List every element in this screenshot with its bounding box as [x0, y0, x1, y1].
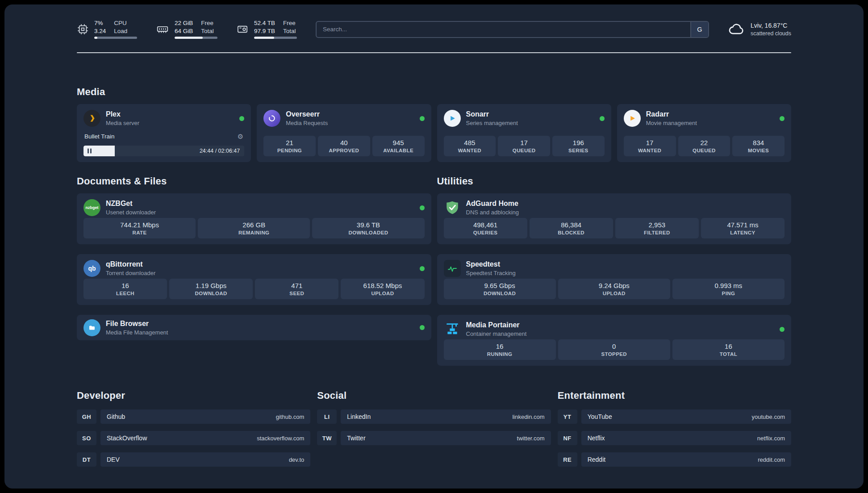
search-input[interactable]	[317, 22, 690, 37]
section-title-entertainment: Entertainment	[558, 390, 791, 401]
adguard-header: AdGuard Home DNS and adblocking	[444, 199, 785, 216]
bookmark-domain: reddit.com	[758, 456, 785, 463]
stat-tile: 16 TOTAL	[672, 339, 785, 360]
portainer-stats: 16 RUNNING 0 STOPPED 16 TOTAL	[444, 339, 785, 360]
stat-tile: 40 APPROVED	[318, 136, 370, 156]
ram-total-value: 64 GiB	[175, 28, 193, 34]
bookmark-stackoverflow[interactable]: SO StackOverflow stackoverflow.com	[77, 431, 310, 445]
stat-tile: 47.571 ms LATENCY	[701, 218, 785, 238]
app-card-filebrowser[interactable]: File Browser Media File Management	[77, 315, 431, 340]
bookmark-dev[interactable]: DT DEV dev.to	[77, 452, 310, 467]
app-subtitle: Series management	[466, 120, 518, 126]
pause-icon[interactable]	[88, 149, 92, 154]
stat-tile: 86,384 BLOCKED	[530, 218, 613, 238]
overseerr-header: Overseerr Media Requests	[263, 110, 424, 127]
stat-tile: 834 MOVIES	[732, 136, 785, 156]
bookmark-netflix[interactable]: NF Netflix netflix.com	[558, 431, 791, 445]
ram-usage-bar	[175, 37, 217, 39]
ram-widget: 22 GiB 64 GiB Free Total	[156, 20, 217, 39]
stat-tile: 16 RUNNING	[444, 339, 556, 360]
status-dot	[600, 116, 605, 121]
bookmark-domain: stackoverflow.com	[257, 435, 304, 442]
app-name: Radarr	[646, 110, 697, 118]
bookmark-reddit[interactable]: RE Reddit reddit.com	[558, 452, 791, 467]
bookmark-twitter[interactable]: TW Twitter twitter.com	[317, 431, 551, 445]
ram-icon	[156, 23, 169, 35]
app-subtitle: Media server	[106, 120, 139, 126]
app-name: Overseerr	[286, 110, 328, 118]
app-card-sonarr[interactable]: Sonarr Series management 485 WANTED 17 Q…	[437, 104, 611, 162]
app-card-nzbget[interactable]: nzbget NZBGet Usenet downloader 744.21 M…	[77, 193, 431, 244]
stat-tile: 0 STOPPED	[558, 339, 670, 360]
app-card-speedtest[interactable]: Speedtest Speedtest Tracking 9.65 Gbps D…	[437, 254, 792, 305]
stat-tile: 471 SEED	[255, 279, 338, 299]
bookmark-abbr: RE	[558, 452, 577, 467]
sonarr-icon	[444, 110, 461, 127]
stat-tile: 485 WANTED	[444, 136, 496, 156]
bookmark-name: LinkedIn	[347, 413, 371, 420]
stat-tile: 22 QUEUED	[678, 136, 730, 156]
bookmark-linkedin[interactable]: LI LinkedIn linkedin.com	[317, 409, 551, 424]
plex-header: Plex Media server	[83, 110, 244, 127]
plex-icon	[83, 110, 100, 127]
disk-widget: 52.4 TB 97.9 TB Free Total	[236, 20, 297, 39]
stat-tile: 2,953 FILTERED	[615, 218, 699, 238]
bookmark-youtube[interactable]: YT YouTube youtube.com	[558, 409, 791, 424]
bookmark-abbr: DT	[77, 452, 96, 467]
section-title-developer: Developer	[77, 390, 310, 401]
radarr-stats: 17 WANTED 22 QUEUED 834 MOVIES	[624, 136, 785, 156]
bookmark-domain: dev.to	[289, 456, 304, 463]
stat-tile: 17 QUEUED	[498, 136, 550, 156]
stat-tile: 744.21 Mbps RATE	[83, 218, 196, 238]
topbar: 7% 3.24 CPU Load	[77, 4, 791, 39]
app-subtitle: Speedtest Tracking	[466, 270, 516, 276]
gear-icon[interactable]: ⚙	[238, 133, 243, 140]
now-playing-row: Bullet Train ⚙	[83, 133, 244, 140]
status-dot	[420, 116, 425, 121]
cpu-load-label: Load	[114, 28, 127, 34]
app-card-radarr[interactable]: Radarr Movie management 17 WANTED 22 QUE…	[617, 104, 791, 162]
app-card-plex[interactable]: Plex Media server Bullet Train ⚙ 24:44 /…	[77, 104, 251, 162]
dashboard-content: 7% 3.24 CPU Load	[4, 4, 864, 467]
speedtest-stats: 9.65 Gbps DOWNLOAD 9.24 Gbps UPLOAD 0.99…	[444, 279, 785, 299]
status-dot	[420, 266, 425, 271]
search-engine-button[interactable]: G	[690, 22, 708, 37]
app-card-portainer[interactable]: Media Portainer Container management 16 …	[437, 315, 792, 366]
playback-progress-bar[interactable]: 24:44 / 02:06:47	[83, 146, 244, 156]
speedtest-graph-icon	[444, 260, 461, 277]
stat-tile: 1.19 Gbps DOWNLOAD	[169, 279, 253, 299]
app-card-overseerr[interactable]: Overseerr Media Requests 21 PENDING 40 A…	[257, 104, 431, 162]
cpu-usage-bar	[94, 37, 137, 39]
bookmark-abbr: YT	[558, 409, 577, 424]
adguard-stats: 498,461 QUERIES 86,384 BLOCKED 2,953 FIL…	[444, 218, 785, 238]
app-card-qbittorrent[interactable]: qb qBittorrent Torrent downloader 16 LEE…	[77, 254, 431, 305]
bookmark-domain: twitter.com	[517, 435, 545, 442]
bookmark-abbr: GH	[77, 409, 96, 424]
dashboard-panel: 7% 3.24 CPU Load	[4, 4, 864, 489]
stat-tile: 498,461 QUERIES	[444, 218, 527, 238]
bookmark-domain: linkedin.com	[512, 414, 544, 420]
app-subtitle: DNS and adblocking	[466, 209, 519, 216]
cpu-percent: 7%	[94, 20, 106, 26]
app-name: File Browser	[106, 320, 168, 328]
app-subtitle: Torrent downloader	[106, 270, 155, 276]
section-title-social: Social	[317, 390, 551, 401]
sonarr-stats: 485 WANTED 17 QUEUED 196 SERIES	[444, 136, 605, 156]
cloud-icon	[728, 21, 745, 38]
status-dot	[780, 116, 785, 121]
app-name: Speedtest	[466, 260, 516, 268]
bookmark-name: DEV	[107, 456, 120, 463]
bookmark-domain: netflix.com	[757, 435, 785, 442]
bookmark-domain: youtube.com	[752, 414, 785, 420]
bookmark-github[interactable]: GH Github github.com	[77, 409, 310, 424]
app-card-adguard[interactable]: AdGuard Home DNS and adblocking 498,461 …	[437, 193, 792, 244]
cpu-icon	[77, 23, 89, 35]
nzbget-icon: nzbget	[83, 199, 100, 216]
section-social: Social LI LinkedIn linkedin.com TW Twitt…	[317, 390, 551, 445]
bookmark-abbr: TW	[317, 431, 337, 445]
bookmark-name: StackOverflow	[107, 435, 147, 442]
bookmark-name: YouTube	[588, 413, 612, 420]
bookmark-domain: github.com	[276, 414, 305, 420]
ram-free-value: 22 GiB	[175, 20, 193, 26]
disk-icon	[236, 23, 249, 35]
